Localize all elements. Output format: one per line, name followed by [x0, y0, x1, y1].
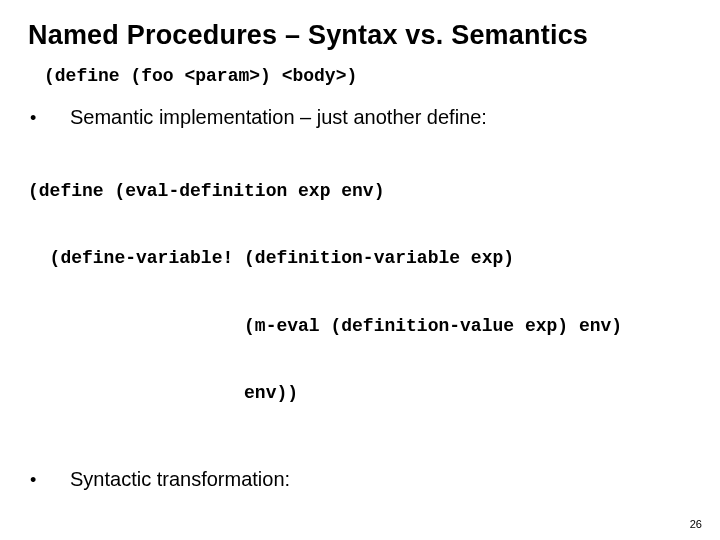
code-line: env)) [28, 382, 692, 405]
bullet-marker: • [28, 108, 70, 129]
bullet-text: Semantic implementation – just another d… [70, 106, 487, 129]
code-block-syntactic: (define (definition-value exp) (if (symb… [28, 497, 692, 541]
bullet-item: • Syntactic transformation: [28, 468, 692, 491]
syntax-definition: (define (foo <param>) <body>) [44, 65, 692, 88]
slide: Named Procedures – Syntax vs. Semantics … [0, 0, 720, 540]
bullet-text: Syntactic transformation: [70, 468, 290, 491]
page-number: 26 [690, 518, 702, 530]
bullet-item: • Semantic implementation – just another… [28, 106, 692, 129]
code-line: (define (eval-definition exp env) [28, 180, 692, 203]
code-line: (m-eval (definition-value exp) env) [28, 315, 692, 338]
slide-title: Named Procedures – Syntax vs. Semantics [28, 20, 692, 51]
bullet-marker: • [28, 470, 70, 491]
code-block-semantic: (define (eval-definition exp env) (defin… [28, 135, 692, 450]
code-line: (define-variable! (definition-variable e… [28, 247, 692, 270]
